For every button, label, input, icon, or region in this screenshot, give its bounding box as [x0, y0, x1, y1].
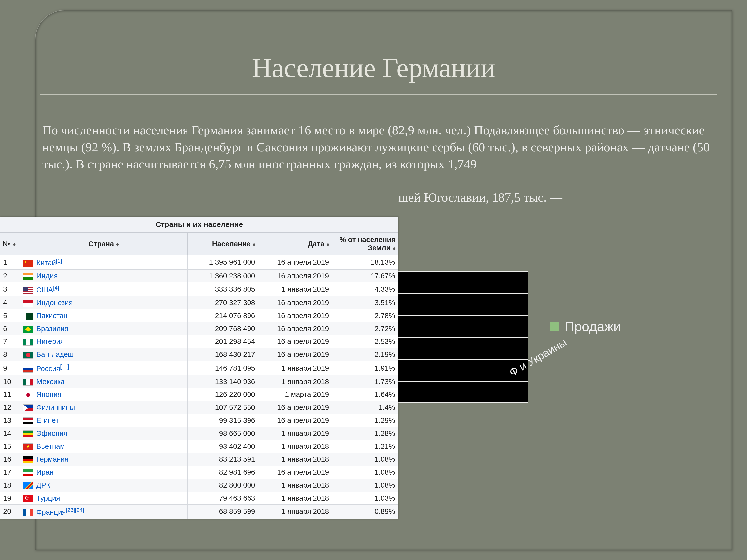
cell-percent: 17.67%: [332, 269, 398, 282]
flag-icon: [23, 443, 33, 450]
cell-population: 133 140 936: [187, 375, 258, 388]
cell-date: 1 января 2018: [258, 491, 332, 505]
reference-link[interactable]: [11]: [60, 364, 69, 370]
col-header-population[interactable]: Население♦: [187, 233, 258, 256]
country-link[interactable]: Турция: [36, 494, 60, 502]
cell-percent: 1.03%: [332, 491, 398, 505]
flag-icon: [23, 509, 33, 516]
country-link[interactable]: Россия: [36, 365, 60, 373]
cell-date: 16 апреля 2019: [258, 414, 332, 427]
flag-icon: [23, 392, 33, 398]
reference-link[interactable]: [1]: [56, 258, 62, 264]
country-link[interactable]: ДРК: [36, 481, 50, 489]
col-header-country[interactable]: Страна♦: [20, 233, 187, 256]
table-row: 20Франция[23][24]68 859 5991 января 2018…: [0, 505, 398, 519]
cell-percent: 18.13%: [332, 256, 398, 270]
cell-population: 270 327 308: [187, 296, 258, 310]
sort-icon: ♦: [13, 241, 16, 248]
slide-title: Население Германии: [0, 52, 747, 84]
flag-icon: [23, 418, 33, 424]
cell-date: 1 января 2019: [258, 361, 332, 375]
sort-icon: ♦: [393, 245, 396, 252]
country-link[interactable]: Мексика: [36, 378, 65, 385]
cell-population: 82 800 000: [187, 479, 258, 491]
cell-date: 16 апреля 2019: [258, 348, 332, 361]
flag-icon: [23, 352, 33, 358]
country-link[interactable]: Эфиопия: [36, 429, 68, 437]
cell-country: Мексика: [20, 375, 187, 388]
cell-number: 17: [0, 466, 20, 479]
country-link[interactable]: Вьетнам: [36, 442, 65, 450]
country-link[interactable]: Египет: [36, 417, 59, 424]
cell-number: 9: [0, 361, 20, 375]
cell-date: 16 апреля 2019: [258, 466, 332, 479]
cell-percent: 1.29%: [332, 414, 398, 427]
col-header-percent[interactable]: % от населения Земли♦: [332, 233, 398, 256]
cell-population: 146 781 095: [187, 361, 258, 375]
col-header-number[interactable]: №♦: [0, 233, 20, 256]
cell-population: 98 665 000: [187, 427, 258, 440]
cell-country: ДРК: [20, 479, 187, 491]
cell-date: 16 апреля 2019: [258, 322, 332, 335]
flag-icon: [23, 482, 33, 489]
cell-percent: 2.19%: [332, 348, 398, 361]
col-header-date[interactable]: Дата♦: [258, 233, 332, 256]
country-link[interactable]: Бразилия: [36, 324, 69, 332]
cell-country: Япония: [20, 388, 187, 401]
cell-percent: 2.53%: [332, 335, 398, 348]
cell-date: 1 января 2018: [258, 440, 332, 453]
country-link[interactable]: Индия: [36, 272, 58, 280]
table-row: 7Нигерия201 298 45416 апреля 20192.53%: [0, 335, 398, 348]
chart-bar: [388, 271, 528, 293]
flag-icon: [23, 378, 33, 385]
country-link[interactable]: Нигерия: [36, 338, 64, 345]
sort-icon: ♦: [327, 241, 329, 248]
cell-population: 168 430 217: [187, 348, 258, 361]
bar-chart: [388, 271, 528, 403]
table-row: 17Иран82 981 69616 апреля 20191.08%: [0, 466, 398, 479]
cell-country: США[4]: [20, 282, 187, 296]
table-row: 12Филиппины107 572 55016 апреля 20191.4%: [0, 401, 398, 414]
country-link[interactable]: Пакистан: [36, 312, 68, 320]
cell-number: 20: [0, 505, 20, 519]
cell-number: 2: [0, 269, 20, 282]
cell-number: 8: [0, 348, 20, 361]
chart-bar: [388, 315, 528, 337]
country-link[interactable]: Филиппины: [36, 403, 75, 411]
cell-date: 16 апреля 2019: [258, 310, 332, 322]
cell-date: 1 января 2019: [258, 427, 332, 440]
title-rule-1: [40, 94, 717, 95]
country-link[interactable]: Германия: [36, 455, 69, 463]
table-row: 6Бразилия209 768 49016 апреля 20192.72%: [0, 322, 398, 335]
cell-population: 68 859 599: [187, 505, 258, 519]
cell-number: 11: [0, 388, 20, 401]
cell-country: Вьетнам: [20, 440, 187, 453]
table-row: 11Япония126 220 0001 марта 20191.64%: [0, 388, 398, 401]
cell-percent: 1.08%: [332, 453, 398, 466]
cell-percent: 1.73%: [332, 375, 398, 388]
cell-percent: 2.78%: [332, 310, 398, 322]
table-row: 5Пакистан214 076 89616 апреля 20192.78%: [0, 310, 398, 322]
country-link[interactable]: Франция: [36, 508, 66, 516]
flag-icon: [23, 456, 33, 463]
country-link[interactable]: Япония: [36, 391, 61, 398]
country-link[interactable]: Бангладеш: [36, 350, 74, 358]
country-link[interactable]: Китай: [36, 259, 56, 267]
table-row: 3США[4]333 336 8051 января 20194.33%: [0, 282, 398, 296]
reference-link[interactable]: [23][24]: [66, 507, 84, 513]
country-link[interactable]: Иран: [36, 468, 54, 476]
cell-country: Филиппины: [20, 401, 187, 414]
cell-percent: 1.64%: [332, 388, 398, 401]
flag-icon: [23, 469, 33, 476]
cell-date: 16 апреля 2019: [258, 335, 332, 348]
cell-number: 1: [0, 256, 20, 270]
flag-icon: [23, 287, 33, 294]
cell-country: Нигерия: [20, 335, 187, 348]
cell-population: 333 336 805: [187, 282, 258, 296]
cell-country: Китай[1]: [20, 256, 187, 270]
table-row: 4Индонезия270 327 30816 апреля 20193.51%: [0, 296, 398, 310]
country-link[interactable]: Индонезия: [36, 299, 73, 306]
reference-link[interactable]: [4]: [53, 285, 59, 291]
cell-percent: 4.33%: [332, 282, 398, 296]
country-link[interactable]: США: [36, 286, 53, 294]
